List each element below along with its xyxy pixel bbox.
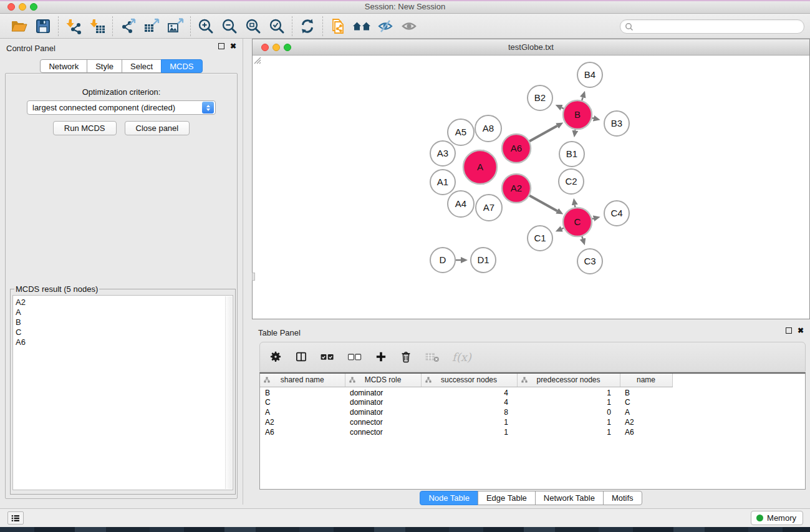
import-network-button[interactable] (62, 15, 85, 37)
run-mcds-button[interactable]: Run MCDS (53, 121, 117, 135)
column-header-predecessor-nodes[interactable]: predecessor nodes (517, 374, 620, 387)
mcds-result-item[interactable]: A6 (16, 337, 233, 347)
table-cell[interactable]: dominator (345, 407, 421, 417)
table-cell[interactable]: 1 (421, 427, 517, 437)
function-builder-button[interactable]: f(x) (452, 347, 471, 366)
result-scrollbar[interactable] (225, 296, 232, 489)
table-cell[interactable]: 1 (421, 417, 517, 427)
dropdown-stepper-icon[interactable] (202, 102, 214, 114)
refresh-view-button[interactable] (296, 15, 319, 37)
table-cell[interactable]: 8 (421, 407, 517, 417)
table-cell[interactable]: B (620, 387, 672, 397)
node-A5[interactable]: A5 (448, 119, 474, 145)
table-cell[interactable]: A2 (260, 417, 345, 427)
tab-node-table[interactable]: Node Table (420, 491, 478, 505)
table-row[interactable]: Adominator80A (260, 407, 672, 417)
table-cell[interactable]: 0 (517, 407, 620, 417)
table-options-button[interactable] (269, 347, 282, 366)
resize-grip-icon[interactable] (253, 56, 261, 64)
mcds-result-item[interactable]: B (16, 317, 233, 327)
table-cell[interactable]: 4 (421, 387, 517, 397)
table-cell[interactable]: A (620, 407, 672, 417)
node-C2[interactable]: C2 (559, 169, 584, 194)
tab-network[interactable]: Network (40, 59, 87, 73)
node-C3[interactable]: C3 (577, 249, 602, 274)
table-cell[interactable]: 1 (517, 387, 620, 397)
hide-graphics-details-button[interactable] (374, 15, 397, 37)
column-header-successor-nodes[interactable]: successor nodes (421, 374, 517, 387)
column-header-shared-name[interactable]: shared name (260, 374, 345, 387)
network-window-titlebar[interactable]: testGlobe.txt (253, 39, 809, 56)
show-column-button[interactable] (295, 347, 307, 366)
table-cell[interactable]: 1 (517, 397, 620, 407)
network-graph[interactable]: AA1A3A5A8A4A7A6A2BB1B2B3B4CC1C2C3C4DD1 (253, 56, 809, 319)
node-B2[interactable]: B2 (528, 85, 552, 110)
create-column-button[interactable] (375, 347, 387, 366)
edge-B-B2[interactable] (562, 108, 564, 109)
mcds-result-list[interactable]: A2ABCA6 (12, 295, 233, 490)
node-A2[interactable]: A2 (502, 174, 531, 203)
edge-A2-C[interactable] (529, 196, 557, 211)
export-image-button[interactable] (163, 15, 187, 37)
table-cell[interactable]: A6 (620, 427, 672, 437)
table-cell[interactable]: C (260, 397, 345, 407)
table-row[interactable]: A2connector11A2 (260, 417, 672, 427)
table-cell[interactable]: A6 (260, 427, 345, 437)
node-B1[interactable]: B1 (559, 142, 584, 167)
select-all-columns-button[interactable] (320, 347, 335, 366)
edge-A6-B[interactable] (529, 126, 557, 142)
zoom-out-button[interactable] (218, 15, 241, 37)
node-B4[interactable]: B4 (577, 62, 602, 87)
node-A1[interactable]: A1 (430, 170, 455, 195)
tab-mcds[interactable]: MCDS (161, 59, 202, 73)
column-header-name[interactable]: name (620, 374, 672, 387)
node-A6[interactable]: A6 (502, 134, 531, 163)
criterion-dropdown[interactable]: largest connected component (directed) (27, 100, 216, 115)
save-session-button[interactable] (31, 15, 55, 37)
show-graphics-details-button[interactable] (397, 15, 421, 37)
edge-C-C1[interactable] (562, 228, 564, 229)
node-A[interactable]: A (463, 150, 497, 184)
table-cell[interactable]: C (620, 397, 672, 407)
table-cell[interactable]: 1 (517, 417, 620, 427)
tab-motifs[interactable]: Motifs (603, 491, 642, 505)
node-A4[interactable]: A4 (448, 191, 474, 217)
edge-B-B4[interactable] (582, 97, 583, 100)
close-table-panel-icon[interactable]: ✖ (798, 327, 804, 334)
close-panel-icon[interactable]: ✖ (230, 43, 236, 49)
tab-edge-table[interactable]: Edge Table (478, 491, 536, 505)
table-row[interactable]: Cdominator41C (260, 397, 672, 407)
tab-style[interactable]: Style (87, 59, 122, 73)
table-row[interactable]: A6connector11A6 (260, 427, 672, 437)
node-B[interactable]: B (563, 100, 592, 129)
node-B3[interactable]: B3 (604, 111, 629, 136)
node-C[interactable]: C (563, 208, 592, 236)
node-C1[interactable]: C1 (528, 226, 552, 251)
table-cell[interactable]: dominator (345, 397, 421, 407)
table-cell[interactable]: 1 (517, 427, 620, 437)
table-cell[interactable]: connector (345, 427, 421, 437)
table-cell[interactable]: connector (345, 417, 421, 427)
zoom-selected-button[interactable] (265, 15, 289, 37)
export-table-button[interactable] (140, 15, 163, 37)
clone-network-button[interactable] (326, 15, 350, 37)
network-canvas[interactable]: AA1A3A5A8A4A7A6A2BB1B2B3B4CC1C2C3C4DD1 (253, 56, 809, 319)
node-D[interactable]: D (430, 248, 455, 273)
open-session-button[interactable] (7, 15, 31, 37)
memory-button[interactable]: Memory (751, 511, 803, 525)
tab-select[interactable]: Select (122, 59, 162, 73)
node-A8[interactable]: A8 (475, 115, 501, 142)
delete-table-button[interactable] (425, 347, 440, 366)
import-table-button[interactable] (85, 15, 109, 37)
mcds-result-item[interactable]: A (16, 307, 233, 317)
table-cell[interactable]: B (260, 387, 345, 397)
node-A3[interactable]: A3 (430, 141, 455, 166)
table-row[interactable]: Bdominator41B (260, 387, 672, 397)
close-panel-button[interactable]: Close panel (125, 121, 190, 135)
edge-C-C2[interactable] (575, 205, 576, 208)
task-history-button[interactable] (7, 511, 24, 525)
frame-left-grip[interactable] (252, 273, 255, 281)
tab-network-table[interactable]: Network Table (535, 491, 604, 505)
apply-preferred-layout-button[interactable] (350, 15, 374, 37)
table-cell[interactable]: A (260, 407, 345, 417)
